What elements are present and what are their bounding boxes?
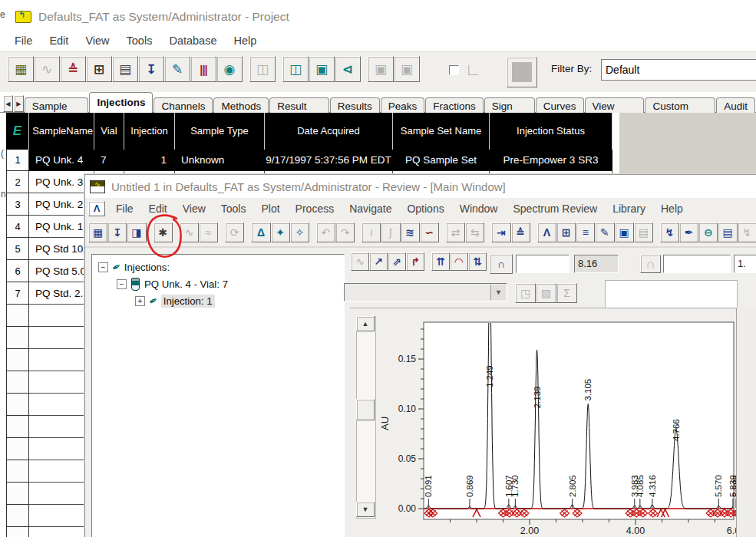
- row-number[interactable]: 6: [6, 260, 29, 282]
- header-sample-set-name[interactable]: Sample Set Name: [393, 113, 490, 150]
- review-titlebar[interactable]: ∿ Untitled 1 in Defaults_FAT as System/A…: [85, 175, 756, 198]
- channel-combobox[interactable]: ▼: [344, 283, 507, 301]
- system-view-button[interactable]: ◉: [216, 56, 243, 82]
- tab-injections[interactable]: Injections: [89, 92, 153, 113]
- cell-samplename[interactable]: PQ Unk. 4: [29, 150, 94, 171]
- plot-scroll-up-button[interactable]: ▲: [356, 316, 375, 331]
- row-number[interactable]: 5: [6, 238, 29, 260]
- collapse-minus-icon[interactable]: −: [117, 279, 127, 289]
- tab-custom-fields[interactable]: Custom Fields: [645, 97, 715, 113]
- tab-methods[interactable]: Methods: [213, 97, 269, 113]
- window-text-button[interactable]: ≡: [576, 222, 595, 242]
- plot-scroll-thumb[interactable]: [356, 399, 375, 420]
- tab-scroll-right-button[interactable]: ▶: [14, 95, 24, 112]
- row-number[interactable]: 4: [6, 216, 29, 238]
- tab-channels[interactable]: Channels: [154, 97, 213, 113]
- tab-fractions[interactable]: Fractions: [425, 97, 484, 113]
- tree-item-injections[interactable]: −✒Injections:: [92, 259, 344, 275]
- review-menu-help[interactable]: Help: [653, 199, 691, 218]
- save-preferences-button[interactable]: ▦: [88, 222, 107, 242]
- header-sample-type[interactable]: Sample Type: [175, 113, 265, 150]
- tab-sign-offs[interactable]: Sign Offs: [484, 97, 535, 113]
- review-menu-navigate[interactable]: Navigate: [342, 199, 399, 218]
- tab-sample-sets[interactable]: Sample Sets: [25, 97, 89, 113]
- collapse-minus-icon[interactable]: −: [98, 262, 108, 272]
- review-button[interactable]: ▦: [8, 56, 34, 82]
- plot-scroll-down-button[interactable]: ▼: [356, 502, 375, 517]
- project-menu-tools[interactable]: Tools: [118, 31, 161, 51]
- y-range-field[interactable]: [663, 255, 731, 273]
- review-menu-process[interactable]: Process: [288, 199, 342, 218]
- show-baseline-button[interactable]: ◠: [450, 252, 468, 271]
- header-injection-status[interactable]: Injection Status: [490, 113, 612, 150]
- window-edit-button[interactable]: ✎: [595, 222, 614, 242]
- cell-vial[interactable]: 7: [94, 150, 124, 171]
- export-result-button[interactable]: ⇥: [491, 222, 510, 242]
- project-menu-help[interactable]: Help: [225, 31, 265, 51]
- stack-plots-button[interactable]: ⇈: [431, 252, 450, 271]
- review-menu-spectrum-review[interactable]: Spectrum Review: [505, 199, 605, 218]
- combo-arrow-button[interactable]: ▼: [490, 285, 506, 300]
- print-button[interactable]: ▤: [112, 56, 138, 82]
- review-menu-plot[interactable]: Plot: [253, 199, 287, 218]
- preview-button[interactable]: ≙: [60, 56, 86, 82]
- run-samples-button[interactable]: ↯: [660, 222, 679, 242]
- review-menu-library[interactable]: Library: [605, 199, 653, 218]
- window-report-button[interactable]: ▣: [615, 222, 634, 242]
- alter-sample-button[interactable]: ✎: [164, 56, 190, 82]
- zoom-x-button[interactable]: ∩: [490, 254, 513, 274]
- save-individual-button[interactable]: ↧: [138, 56, 164, 82]
- peak-match-button[interactable]: ≋: [401, 222, 420, 242]
- manual-integrate-button[interactable]: ✦: [271, 222, 290, 242]
- cell-injection-status[interactable]: Pre-Empower 3 SR3: [490, 150, 612, 171]
- project-titlebar[interactable]: ↰ Defaults_FAT as System/Administrator -…: [6, 3, 756, 31]
- project-menu-edit[interactable]: Edit: [41, 31, 77, 51]
- header-date-acquired[interactable]: Date Acquired: [265, 113, 393, 150]
- review-menu-file[interactable]: File: [108, 199, 141, 218]
- tab-curves[interactable]: Curves: [536, 97, 584, 113]
- compare-chrom-button[interactable]: ↱: [406, 252, 424, 271]
- window-plot-button[interactable]: Λ: [537, 222, 556, 242]
- review-menu-window[interactable]: Window: [452, 199, 506, 218]
- row-number[interactable]: 3: [6, 193, 29, 216]
- paste-button[interactable]: ▣: [309, 56, 335, 82]
- cell-sample-type[interactable]: Unknown: [175, 150, 265, 171]
- row-number[interactable]: 2: [6, 171, 29, 193]
- multi-chrom-button[interactable]: ⇗: [388, 252, 406, 271]
- tab-results[interactable]: Results: [330, 97, 380, 113]
- tab-peaks[interactable]: Peaks: [381, 97, 425, 113]
- review-menu-edit[interactable]: Edit: [141, 199, 175, 218]
- calculator-button[interactable]: ⊞: [86, 56, 112, 82]
- row-number[interactable]: 7: [6, 282, 29, 305]
- project-menu-database[interactable]: Database: [160, 31, 225, 51]
- manual-baseline-button[interactable]: ✧: [290, 222, 309, 242]
- window-results-button[interactable]: ⊞: [556, 222, 576, 242]
- header-vial[interactable]: Vial: [94, 113, 124, 150]
- vials-button[interactable]: |||: [190, 56, 216, 82]
- plot-mode-checkbox[interactable]: [449, 65, 459, 75]
- drum-button[interactable]: ⊖: [698, 222, 718, 242]
- print-review-button[interactable]: ▤: [718, 222, 737, 242]
- tree-item-pq-unk-4---vial-7[interactable]: −PQ Unk. 4 - Vial: 7: [92, 275, 344, 292]
- tab-scroll-left-button[interactable]: ◀: [3, 95, 13, 112]
- peak-fill-button[interactable]: ∽: [420, 222, 439, 242]
- review-menu-options[interactable]: Options: [399, 199, 451, 218]
- chromatogram-plot[interactable]: 0.000.050.100.152.004.006.00AU0.0910.869…: [350, 308, 756, 537]
- tree-item-injection-1[interactable]: +✒Injection: 1: [92, 292, 344, 309]
- save-chromatogram-button[interactable]: ↧: [107, 222, 127, 242]
- row-number[interactable]: 1: [6, 150, 29, 171]
- copy-button[interactable]: ◫: [282, 56, 309, 82]
- header-injection[interactable]: Injection: [124, 113, 175, 150]
- overlay-button[interactable]: ≙: [511, 222, 530, 242]
- integrate-button[interactable]: Δ: [251, 222, 270, 242]
- project-menu-view[interactable]: View: [77, 31, 117, 51]
- process-wizard-button[interactable]: ✱: [154, 222, 173, 242]
- x-range-field[interactable]: [516, 255, 569, 273]
- header-samplename[interactable]: SampleName: [29, 113, 94, 150]
- blank-tool-button[interactable]: [507, 57, 537, 87]
- tab-audit[interactable]: Audit: [716, 97, 755, 113]
- filter-by-input[interactable]: [601, 59, 756, 81]
- review-menu-view[interactable]: View: [175, 199, 213, 218]
- project-menu-file[interactable]: File: [6, 31, 41, 51]
- cell-injection[interactable]: 1: [124, 150, 175, 171]
